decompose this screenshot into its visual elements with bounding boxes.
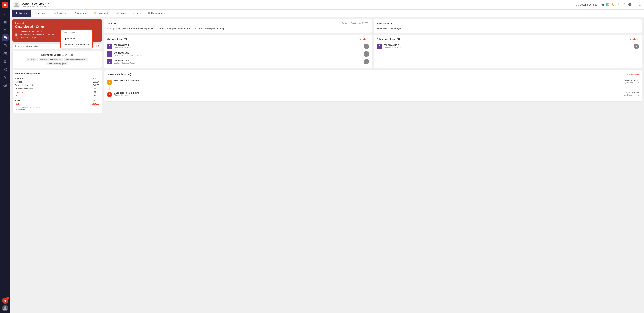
my-tasks-title: My open tasks (3) [107,38,127,41]
next-activity-title: Next activity [377,22,392,25]
info-icon: ℹ [15,45,16,48]
notes-icon: 📝 [116,12,119,14]
activities-icon: 📄 [34,12,37,14]
sidebar-item-dashboard[interactable]: ▦ [2,19,8,26]
dots-menu[interactable]: ··· [97,21,100,25]
tasks-icon: ☑ [132,12,134,14]
activity-icon-0: ⎇ [107,80,112,85]
tab-finances[interactable]: 🏛 Finances [50,10,70,17]
fin-row-debt-collection: Debt collection costs £40.00 [15,84,99,87]
more-icon[interactable]: ··· [634,3,636,6]
task-info-1: CU-20240118-1 Custom - Review communicat… [114,52,362,56]
globe-icon[interactable] [628,3,631,7]
location-icon[interactable] [612,3,615,7]
sidebar: ◆ ⌂ ▦ 🏛 g 5 [0,0,10,313]
insights-tags: BDTBG71 branDIT Creative Agency WordPres… [15,58,99,65]
activity-date-1: 03-02-2024 10:56 [623,92,639,94]
activity-meta-0: 03-02-2024 10:56 By: Darren Tebbitt [623,79,639,84]
svg-point-12 [577,4,578,5]
financial-title: Financial components [15,72,99,75]
wrench-icon: 🔧 [15,37,18,39]
email-icon[interactable] [606,3,609,7]
user-profile-avatar[interactable] [2,305,8,311]
asterisk-icon: ✳ [15,30,17,33]
task-item-2: ☰ CU-20240118-2 Custom - Finance Check [107,58,369,66]
fin-row-total: Total £573.54 [15,98,99,102]
finances-icon: 🏛 [54,12,56,14]
sidebar-item-home[interactable]: ⌂ [2,11,8,18]
sidebar-item-cases[interactable] [2,34,8,41]
timeline-connector [109,87,110,90]
doc-icon: 📄 [15,33,18,36]
tab-activities[interactable]: 📄 Activities [31,10,50,17]
task-icon-2: ☰ [107,59,112,65]
latest-activities-section: Latest activities (346) Go to activities… [104,70,642,102]
sidebar-item-database[interactable] [2,42,8,49]
task-info-2: CU-20240118-2 Custom - Finance Check [114,60,362,64]
header-user-label: Osborne Jefferson [576,4,598,6]
other-tasks-title: Other open tasks (1) [377,38,400,41]
task-icon-1: ☰ [107,51,112,57]
edit-icon[interactable]: ● [48,2,50,5]
svg-point-14 [613,4,614,4]
notification-badge: 5 [6,297,9,299]
phone-icon[interactable] [601,3,604,7]
task-avatar-1 [364,51,369,57]
document-icon[interactable] [617,3,620,7]
tab-notes[interactable]: 📝 Notes [112,10,129,17]
sidebar-item-bank[interactable]: 🏛 [2,58,8,65]
fin-row-main-sum: Main sum £450.00 [15,77,99,80]
other-open-tasks: Other open tasks (1) Go to tasks ☰ CW-20… [374,35,642,69]
legal-fees-link[interactable]: Legal fees [15,91,24,93]
svg-rect-1 [4,37,6,39]
task-id-0: CW-20240109-1 [114,44,362,47]
expand-icon[interactable]: ⌄ [638,3,641,7]
activity-text-0: Main workflow cancelled [114,79,621,82]
other-task-avatar-0: LR [634,44,639,49]
tab-overview[interactable]: ⬇ Overview [12,10,31,17]
dropdown-item-initial-invoice[interactable]: Initial invoice [61,30,92,36]
sidebar-item-messages[interactable] [2,50,8,57]
overview-icon: ⬇ [16,12,17,14]
top-cards-row: Last note By Darren Tebbitt on 30-01-202… [104,19,642,33]
tab-workflows[interactable]: ⎇ Workflows [70,10,90,17]
header-actions: Osborne Jefferson ··· ⌄ [576,3,641,7]
go-to-tasks-my[interactable]: Go to tasks [358,38,369,40]
last-note-card: Last note By Darren Tebbitt on 30-01-202… [104,19,372,33]
right-panel: Last note By Darren Tebbitt on 30-01-202… [104,19,642,311]
activity-date-0: 03-02-2024 10:56 [623,79,639,82]
flag-icon[interactable] [623,3,626,7]
svg-point-6 [6,70,6,71]
my-tasks-header: My open tasks (3) Go to tasks [107,38,369,41]
svg-point-19 [365,44,367,47]
task-id-1: CU-20240118-1 [114,52,362,54]
insights-section: Insights for Osborne Jefferson BDTBG71 b… [12,51,102,68]
tab-conversations[interactable]: ✉ Conversations [145,10,169,17]
tag-0: BDTBG71 [26,58,38,61]
app-logo: ◆ [2,2,8,8]
dropdown-item-open-case[interactable]: Open case [61,36,92,42]
go-to-activities-link[interactable]: Go to activities [626,73,639,76]
other-task-sub-0: Created by Workflow [384,47,632,49]
activity-text-1: Case closed - Unknown Closing the case [114,92,621,96]
tab-documents[interactable]: 📁 Documents [90,10,112,17]
tab-tasks[interactable]: ☑ Tasks [129,10,145,17]
activity-icon-1: 🔒 [107,92,112,97]
activity-by-0: By: Darren Tebbitt [623,82,639,84]
next-activity-header: Next activity [377,22,639,25]
other-task-icon-0: ☰ [377,44,382,49]
workflows-icon: ⎇ [73,12,76,14]
last-note-header: Last note By Darren Tebbitt on 30-01-202… [107,22,369,25]
sidebar-item-contacts[interactable] [2,27,8,33]
sidebar-item-settings[interactable] [2,82,8,89]
other-task-info-0: CW-20240118-2 Created by Workflow [384,44,632,49]
task-sub-1: Custom - Review communications [114,54,362,56]
recalculate-link[interactable]: Recalculate [15,109,99,111]
go-to-tasks-other[interactable]: Go to tasks [628,38,639,40]
user-avatar-badge[interactable]: g 5 [2,297,8,304]
other-task-item-0: ☰ CW-20240118-2 Created by Workflow LR [377,43,639,50]
dropdown-item-relink[interactable]: Relink case to new bucket [61,42,92,48]
activity-item-1: 🔒 Case closed - Unknown Closing the case… [107,90,639,99]
sidebar-item-team[interactable] [2,74,8,81]
sidebar-item-workflows[interactable] [2,66,8,73]
